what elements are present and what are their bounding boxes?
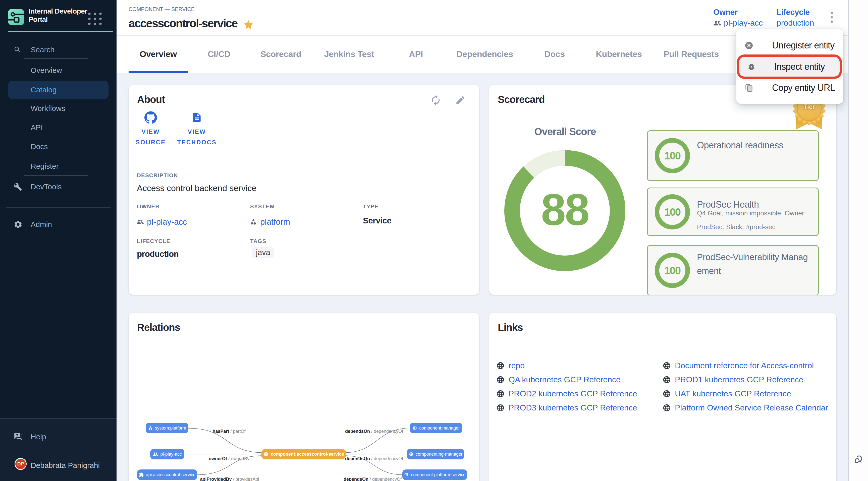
svg-text:88: 88 <box>541 185 589 234</box>
svg-text:100: 100 <box>664 265 681 277</box>
svg-text:Tier: Tier <box>803 103 815 110</box>
svg-text:100: 100 <box>664 206 681 218</box>
svg-text:100: 100 <box>664 150 681 162</box>
svg-text:?: ? <box>16 433 18 437</box>
